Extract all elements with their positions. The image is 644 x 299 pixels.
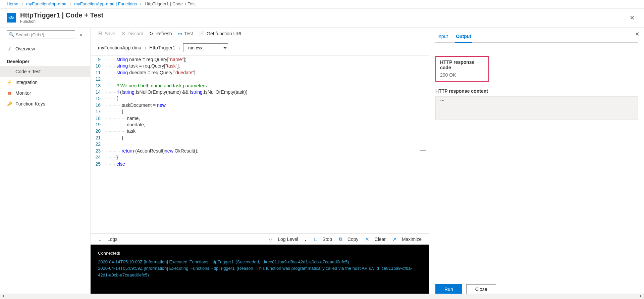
sidebar-item-label: Monitor: [15, 90, 31, 96]
response-code-box: HTTP response code 200 OK: [435, 56, 489, 82]
collapse-sidebar-button[interactable]: «: [78, 31, 84, 39]
breadcrumb-functions[interactable]: myFunctionApp-dma | Functions: [74, 1, 137, 6]
chevron-down-icon: ⌄: [98, 237, 102, 242]
tab-input[interactable]: Input: [437, 32, 448, 42]
sidebar-item-label: Function Keys: [15, 101, 45, 106]
get-url-button[interactable]: 📄Get function URL: [199, 31, 243, 36]
sidebar-item-icon: ⚡: [7, 80, 12, 85]
sidebar: 🔍 « 𝑓 Overview Developer Code + Test⚡Int…: [0, 28, 91, 299]
code-line: 24········}: [91, 154, 429, 161]
logs-toggle[interactable]: ⌄ Logs: [98, 237, 117, 242]
refresh-button[interactable]: ↻Refresh: [149, 31, 172, 36]
refresh-icon: ↻: [149, 31, 153, 36]
page-subtitle: Function: [20, 19, 627, 24]
breadcrumb-app[interactable]: myFunctionApp-dma: [26, 1, 66, 6]
save-icon: 🖫: [98, 31, 103, 36]
close-button[interactable]: Close: [466, 284, 496, 294]
code-line: 19················duedate,: [91, 122, 429, 128]
discard-button[interactable]: ✕Discard: [121, 31, 143, 36]
filter-icon: ▽: [269, 237, 272, 242]
url-icon: 📄: [199, 31, 205, 36]
path-app: myFunctionApp-dma: [98, 45, 141, 50]
main-content: 🖫Save ✕Discard ↻Refresh ▭Test 📄Get funct…: [91, 28, 429, 299]
code-line: 17············{: [91, 109, 429, 115]
run-button[interactable]: Run: [435, 284, 462, 294]
console-line: 2020-04-14T05:10:00Z [Information] Execu…: [98, 259, 422, 265]
code-line: 9········string·name = req.Query["name"]…: [91, 56, 429, 63]
maximize-icon: ↗: [392, 237, 396, 242]
code-line: 10········string·task = req.Query["task"…: [91, 63, 429, 69]
response-code-value: 200 OK: [440, 72, 484, 78]
code-line: 12: [91, 76, 429, 82]
response-content-value: "": [435, 96, 638, 120]
clear-button[interactable]: ✕ Clear: [365, 237, 386, 242]
close-panel-button[interactable]: ✕: [632, 30, 642, 39]
code-line: 16············taskDocument = new: [91, 102, 429, 109]
sidebar-item-overview[interactable]: 𝑓 Overview: [0, 43, 90, 54]
sidebar-item-label: Code + Test: [15, 69, 41, 74]
code-line: 23············return·(ActionResult)new·O…: [91, 148, 429, 154]
chevron-right-icon: ›: [140, 2, 141, 6]
collapse-region-icon[interactable]: —: [420, 147, 426, 154]
copy-button[interactable]: ⧉ Copy: [339, 236, 359, 242]
copy-icon: ⧉: [339, 236, 342, 242]
code-line: 14········if·(!string.IsNullOrEmpty(name…: [91, 89, 429, 95]
sidebar-item-code-test[interactable]: Code + Test: [0, 66, 90, 77]
maximize-button[interactable]: ↗ Maximize: [392, 237, 422, 242]
sidebar-item-icon: ▦: [7, 91, 12, 95]
file-path-row: myFunctionApp-dma \ HttpTrigger1 \ run.c…: [91, 40, 429, 56]
logs-toolbar: ⌄ Logs ▽ Log Level ⌄ □ Stop ⧉ Copy ✕ Cle…: [91, 233, 429, 245]
toolbar: 🖫Save ✕Discard ↻Refresh ▭Test 📄Get funct…: [91, 28, 429, 40]
test-output-panel: ✕ Input Output HTTP response code 200 OK…: [429, 28, 644, 299]
page-title: HttpTrigger1 | Code + Test: [20, 11, 627, 19]
chevron-down-icon: ⌄: [304, 237, 308, 242]
horizontal-scrollbar[interactable]: [0, 294, 644, 299]
sidebar-search-input[interactable]: [7, 30, 75, 39]
discard-icon: ✕: [121, 31, 125, 36]
test-icon: ▭: [178, 31, 182, 36]
function-icon: 𝑓: [7, 46, 12, 51]
header-badge-icon: </>: [7, 13, 16, 23]
code-line: 15········{: [91, 95, 429, 102]
chevron-right-icon: ›: [70, 2, 71, 6]
file-selector[interactable]: run.csx: [183, 43, 228, 52]
code-line: 25········else: [91, 161, 429, 167]
path-func: HttpTrigger1: [149, 45, 175, 50]
stop-button[interactable]: □ Stop: [314, 237, 332, 242]
logs-console[interactable]: Connected! 2020-04-14T05:10:00Z [Informa…: [91, 245, 429, 299]
chevron-right-icon: ›: [22, 2, 23, 6]
search-icon: 🔍: [9, 32, 14, 37]
code-line: 22: [91, 141, 429, 147]
breadcrumb-home[interactable]: Home: [7, 1, 18, 6]
console-line: 2020-04-14T05:09:59Z [Information] Execu…: [98, 265, 422, 278]
response-content-label: HTTP response content: [435, 88, 638, 94]
stop-icon: □: [314, 237, 317, 242]
sidebar-heading-developer: Developer: [0, 54, 90, 66]
response-code-label: HTTP response code: [440, 59, 484, 70]
console-connected: Connected!: [98, 250, 422, 257]
sidebar-item-integration[interactable]: ⚡Integration: [0, 77, 90, 88]
sidebar-item-icon: 🔑: [7, 101, 12, 106]
close-blade-button[interactable]: ✕: [627, 13, 637, 23]
code-line: 21············};: [91, 135, 429, 141]
code-line: 11········string·duedate = req.Query["du…: [91, 70, 429, 76]
sidebar-item-function-keys[interactable]: 🔑Function Keys: [0, 98, 90, 109]
breadcrumb-current: HttpTrigger1 | Code + Test: [145, 1, 196, 6]
sidebar-item-label: Overview: [15, 46, 35, 51]
code-editor[interactable]: — 9········string·name = req.Query["name…: [91, 56, 429, 233]
clear-icon: ✕: [365, 237, 369, 242]
log-level-dropdown[interactable]: ▽ Log Level ⌄: [269, 237, 308, 242]
page-header: </> HttpTrigger1 | Code + Test Function …: [0, 9, 644, 28]
code-line: 13········// We need both name and task …: [91, 83, 429, 89]
sidebar-item-label: Integration: [15, 80, 38, 85]
sidebar-item-monitor[interactable]: ▦Monitor: [0, 88, 90, 98]
code-line: 18················name,: [91, 115, 429, 122]
tab-output[interactable]: Output: [455, 32, 472, 43]
test-button[interactable]: ▭Test: [178, 31, 193, 36]
io-tabs: Input Output: [435, 31, 638, 43]
save-button[interactable]: 🖫Save: [98, 31, 115, 36]
breadcrumb: Home › myFunctionApp-dma › myFunctionApp…: [0, 0, 644, 9]
code-line: 20················task: [91, 128, 429, 134]
